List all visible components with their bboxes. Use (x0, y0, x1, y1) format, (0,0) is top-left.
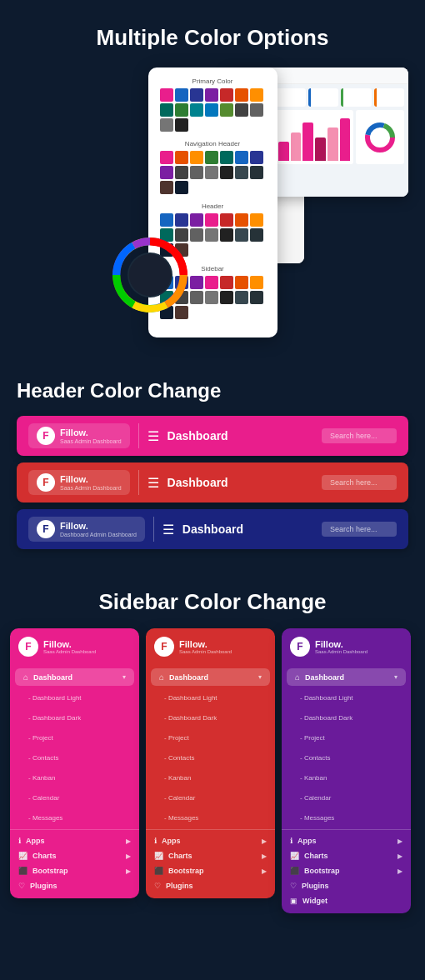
sidebar-subitem[interactable]: - Dashboard Dark (282, 706, 411, 726)
swatch[interactable] (235, 88, 248, 102)
sidebar-subitem[interactable]: - Contacts (282, 746, 411, 766)
sidebar-plugins-purple[interactable]: ♡ Plugins (282, 878, 411, 893)
swatch[interactable] (175, 213, 188, 227)
swatch[interactable] (250, 276, 263, 289)
swatch[interactable] (190, 276, 203, 289)
swatch[interactable] (175, 228, 188, 242)
swatch[interactable] (235, 228, 248, 242)
swatch[interactable] (220, 166, 233, 179)
swatch[interactable] (250, 213, 263, 227)
swatch[interactable] (235, 291, 248, 304)
sidebar-subitem[interactable]: - Kanban (146, 766, 275, 786)
sidebar-subitem[interactable]: - Kanban (282, 766, 411, 786)
swatch[interactable] (205, 103, 218, 117)
sidebar-charts-pink[interactable]: 📈 Charts ▶ (10, 848, 139, 863)
sidebar-bootstrap-pink[interactable]: ⬛ Bootstrap ▶ (10, 863, 139, 878)
sidebar-subitem[interactable]: - Project (10, 726, 139, 746)
swatch[interactable] (205, 291, 218, 304)
sidebar-subitem[interactable]: - Contacts (146, 746, 275, 766)
hamburger-icon[interactable]: ☰ (162, 522, 174, 538)
swatch[interactable] (190, 228, 203, 242)
sidebar-nav-dashboard-purple[interactable]: ⌂ Dashboard ▾ (287, 668, 406, 686)
sidebar-subitem[interactable]: - Contacts (10, 746, 139, 766)
swatch[interactable] (175, 118, 188, 132)
sidebar-charts-red[interactable]: 📈 Charts ▶ (146, 848, 275, 863)
swatch[interactable] (160, 118, 173, 132)
sidebar-subitem[interactable]: - Messages (282, 806, 411, 826)
swatch[interactable] (235, 276, 248, 289)
sidebar-subitem[interactable]: - Calendar (282, 786, 411, 806)
swatch[interactable] (190, 88, 203, 102)
header-search-input[interactable] (322, 475, 397, 490)
swatch[interactable] (250, 166, 263, 179)
swatch[interactable] (250, 291, 263, 304)
arrow-down-icon: ▾ (122, 673, 126, 681)
hamburger-icon[interactable]: ☰ (148, 428, 159, 444)
sidebar-subitem[interactable]: - Messages (146, 806, 275, 826)
swatch[interactable] (190, 166, 203, 179)
swatch[interactable] (250, 151, 263, 164)
swatch[interactable] (175, 306, 188, 319)
sidebar-plugins-red[interactable]: ♡ Plugins (146, 878, 275, 893)
header-search-input[interactable] (322, 522, 397, 537)
swatch[interactable] (205, 228, 218, 242)
sidebar-subitem[interactable]: - Calendar (10, 786, 139, 806)
swatch[interactable] (220, 228, 233, 242)
sidebar-apps-purple[interactable]: ℹ Apps ▶ (282, 833, 411, 848)
swatch[interactable] (205, 213, 218, 227)
sidebar-subitem[interactable]: - Dashboard Light (282, 686, 411, 706)
swatch[interactable] (160, 181, 173, 194)
swatch[interactable] (190, 213, 203, 227)
sidebar-bootstrap-red[interactable]: ⬛ Bootstrap ▶ (146, 863, 275, 878)
swatch[interactable] (220, 213, 233, 227)
swatch[interactable] (220, 103, 233, 117)
swatch[interactable] (205, 276, 218, 289)
swatch[interactable] (190, 151, 203, 164)
swatch[interactable] (205, 151, 218, 164)
sidebar-subitem[interactable]: - Dashboard Dark (10, 706, 139, 726)
swatch[interactable] (160, 103, 173, 117)
swatch[interactable] (175, 103, 188, 117)
sidebar-apps-pink[interactable]: ℹ Apps ▶ (10, 833, 139, 848)
swatch[interactable] (235, 151, 248, 164)
sidebar-plugins-pink[interactable]: ♡ Plugins (10, 878, 139, 893)
swatch[interactable] (250, 103, 263, 117)
sidebar-subitem[interactable]: - Messages (10, 806, 139, 826)
swatch[interactable] (220, 88, 233, 102)
sidebar-subitem[interactable]: - Dashboard Light (10, 686, 139, 706)
sidebar-subitem[interactable]: - Kanban (10, 766, 139, 786)
swatch[interactable] (220, 151, 233, 164)
swatch[interactable] (235, 166, 248, 179)
header-search-input[interactable] (322, 428, 397, 443)
swatch[interactable] (235, 213, 248, 227)
sidebar-widget-purple[interactable]: ▣ Widget (282, 893, 411, 908)
swatch[interactable] (205, 166, 218, 179)
sidebar-nav-dashboard-red[interactable]: ⌂ Dashboard ▾ (151, 668, 270, 686)
swatch[interactable] (220, 291, 233, 304)
sidebar-bootstrap-purple[interactable]: ⬛ Bootstrap ▶ (282, 863, 411, 878)
swatch[interactable] (175, 151, 188, 164)
swatch[interactable] (175, 88, 188, 102)
swatch[interactable] (175, 181, 188, 194)
hamburger-icon[interactable]: ☰ (148, 475, 159, 491)
swatch[interactable] (160, 213, 173, 227)
swatch[interactable] (160, 88, 173, 102)
swatch[interactable] (250, 88, 263, 102)
swatch[interactable] (190, 103, 203, 117)
swatch[interactable] (160, 166, 173, 179)
sidebar-subitem[interactable]: - Dashboard Light (146, 686, 275, 706)
swatch[interactable] (190, 291, 203, 304)
swatch[interactable] (235, 103, 248, 117)
swatch[interactable] (175, 166, 188, 179)
swatch[interactable] (250, 228, 263, 242)
sidebar-charts-purple[interactable]: 📈 Charts ▶ (282, 848, 411, 863)
swatch[interactable] (160, 151, 173, 164)
sidebar-subitem[interactable]: - Dashboard Dark (146, 706, 275, 726)
sidebar-apps-red[interactable]: ℹ Apps ▶ (146, 833, 275, 848)
sidebar-subitem[interactable]: - Calendar (146, 786, 275, 806)
swatch[interactable] (220, 276, 233, 289)
sidebar-subitem[interactable]: - Project (282, 726, 411, 746)
sidebar-nav-dashboard-pink[interactable]: ⌂ Dashboard ▾ (15, 668, 134, 686)
swatch[interactable] (205, 88, 218, 102)
sidebar-subitem[interactable]: - Project (146, 726, 275, 746)
